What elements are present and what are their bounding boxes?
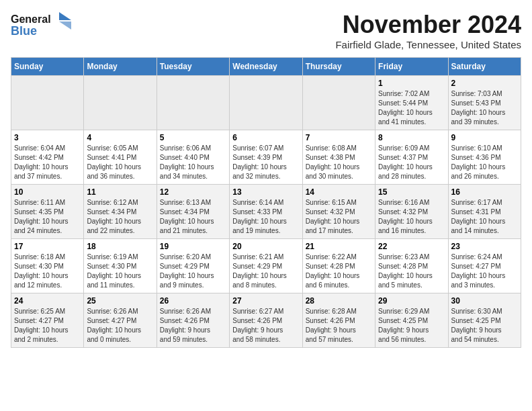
- calendar-day-cell: 18Sunrise: 6:19 AM Sunset: 4:30 PM Dayli…: [84, 239, 157, 293]
- svg-text:Blue: Blue: [11, 24, 37, 38]
- day-number: 5: [160, 133, 226, 142]
- day-of-week-header: Wednesday: [230, 58, 302, 76]
- calendar-day-cell: 4Sunrise: 6:05 AM Sunset: 4:41 PM Daylig…: [84, 130, 157, 185]
- day-number: 9: [451, 133, 518, 142]
- day-number: 24: [14, 296, 81, 306]
- calendar-day-cell: 13Sunrise: 6:14 AM Sunset: 4:33 PM Dayli…: [230, 185, 302, 239]
- day-info: Sunrise: 6:07 AM Sunset: 4:39 PM Dayligh…: [232, 144, 299, 181]
- svg-marker-2: [59, 12, 71, 20]
- day-number: 30: [451, 296, 518, 306]
- day-info: Sunrise: 6:26 AM Sunset: 4:26 PM Dayligh…: [160, 307, 226, 345]
- day-info: Sunrise: 6:09 AM Sunset: 4:37 PM Dayligh…: [378, 144, 445, 181]
- day-number: 8: [378, 133, 445, 142]
- month-year-title: November 2024: [335, 11, 521, 39]
- day-info: Sunrise: 6:10 AM Sunset: 4:36 PM Dayligh…: [451, 144, 518, 181]
- calendar-day-cell: 25Sunrise: 6:26 AM Sunset: 4:27 PM Dayli…: [84, 293, 157, 348]
- day-info: Sunrise: 6:28 AM Sunset: 4:26 PM Dayligh…: [306, 307, 372, 345]
- calendar-day-cell: 1Sunrise: 7:02 AM Sunset: 5:44 PM Daylig…: [375, 76, 448, 130]
- day-info: Sunrise: 6:08 AM Sunset: 4:38 PM Dayligh…: [306, 144, 372, 181]
- calendar-week-row: 1Sunrise: 7:02 AM Sunset: 5:44 PM Daylig…: [11, 76, 521, 130]
- day-of-week-header: Saturday: [448, 58, 521, 76]
- calendar-day-cell: 12Sunrise: 6:13 AM Sunset: 4:34 PM Dayli…: [157, 185, 229, 239]
- day-number: 1: [378, 79, 445, 88]
- calendar-day-cell: 23Sunrise: 6:24 AM Sunset: 4:27 PM Dayli…: [448, 239, 521, 293]
- day-number: 7: [306, 133, 372, 142]
- day-info: Sunrise: 6:16 AM Sunset: 4:32 PM Dayligh…: [378, 198, 445, 236]
- calendar-day-cell: [230, 76, 302, 130]
- day-number: 21: [306, 242, 372, 251]
- calendar-day-cell: 6Sunrise: 6:07 AM Sunset: 4:39 PM Daylig…: [230, 130, 302, 185]
- calendar-day-cell: 17Sunrise: 6:18 AM Sunset: 4:30 PM Dayli…: [11, 239, 84, 293]
- day-info: Sunrise: 6:21 AM Sunset: 4:29 PM Dayligh…: [232, 253, 299, 290]
- day-info: Sunrise: 6:15 AM Sunset: 4:32 PM Dayligh…: [306, 198, 372, 236]
- location-subtitle: Fairfield Glade, Tennessee, United State…: [335, 39, 521, 50]
- calendar-day-cell: 2Sunrise: 7:03 AM Sunset: 5:43 PM Daylig…: [448, 76, 521, 130]
- calendar-day-cell: 9Sunrise: 6:10 AM Sunset: 4:36 PM Daylig…: [448, 130, 521, 185]
- day-info: Sunrise: 6:12 AM Sunset: 4:34 PM Dayligh…: [87, 198, 153, 236]
- day-number: 29: [378, 296, 445, 306]
- logo-icon: General Blue: [11, 11, 71, 40]
- calendar-day-cell: 7Sunrise: 6:08 AM Sunset: 4:38 PM Daylig…: [302, 130, 375, 185]
- day-info: Sunrise: 6:29 AM Sunset: 4:25 PM Dayligh…: [378, 307, 445, 345]
- day-info: Sunrise: 6:25 AM Sunset: 4:27 PM Dayligh…: [14, 307, 81, 345]
- day-info: Sunrise: 6:26 AM Sunset: 4:27 PM Dayligh…: [87, 307, 153, 345]
- calendar-day-cell: 5Sunrise: 6:06 AM Sunset: 4:40 PM Daylig…: [157, 130, 229, 185]
- day-info: Sunrise: 6:13 AM Sunset: 4:34 PM Dayligh…: [160, 198, 226, 236]
- header: General Blue November 2024 Fairfield Gla…: [11, 11, 521, 50]
- day-of-week-header: Thursday: [302, 58, 375, 76]
- day-number: 20: [232, 242, 299, 251]
- title-area: November 2024 Fairfield Glade, Tennessee…: [335, 11, 521, 50]
- calendar-day-cell: 14Sunrise: 6:15 AM Sunset: 4:32 PM Dayli…: [302, 185, 375, 239]
- day-info: Sunrise: 7:02 AM Sunset: 5:44 PM Dayligh…: [378, 89, 445, 127]
- day-number: 16: [451, 187, 518, 197]
- calendar-week-row: 17Sunrise: 6:18 AM Sunset: 4:30 PM Dayli…: [11, 239, 521, 293]
- calendar-day-cell: 22Sunrise: 6:23 AM Sunset: 4:28 PM Dayli…: [375, 239, 448, 293]
- day-number: 28: [306, 296, 372, 306]
- calendar-day-cell: 16Sunrise: 6:17 AM Sunset: 4:31 PM Dayli…: [448, 185, 521, 239]
- day-number: 17: [14, 242, 81, 251]
- logo: General Blue: [11, 11, 71, 40]
- day-number: 11: [87, 187, 153, 197]
- calendar-week-row: 10Sunrise: 6:11 AM Sunset: 4:35 PM Dayli…: [11, 185, 521, 239]
- day-number: 26: [160, 296, 226, 306]
- calendar-day-cell: [11, 76, 84, 130]
- day-number: 23: [451, 242, 518, 251]
- calendar-header-row: SundayMondayTuesdayWednesdayThursdayFrid…: [11, 58, 521, 76]
- day-number: 18: [87, 242, 153, 251]
- calendar-day-cell: 29Sunrise: 6:29 AM Sunset: 4:25 PM Dayli…: [375, 293, 448, 348]
- calendar-day-cell: 11Sunrise: 6:12 AM Sunset: 4:34 PM Dayli…: [84, 185, 157, 239]
- day-number: 6: [232, 133, 299, 142]
- day-info: Sunrise: 6:30 AM Sunset: 4:25 PM Dayligh…: [451, 307, 518, 345]
- day-info: Sunrise: 6:24 AM Sunset: 4:27 PM Dayligh…: [451, 253, 518, 290]
- day-info: Sunrise: 6:14 AM Sunset: 4:33 PM Dayligh…: [232, 198, 299, 236]
- day-number: 13: [232, 187, 299, 197]
- day-info: Sunrise: 6:06 AM Sunset: 4:40 PM Dayligh…: [160, 144, 226, 181]
- day-of-week-header: Sunday: [11, 58, 84, 76]
- day-info: Sunrise: 6:18 AM Sunset: 4:30 PM Dayligh…: [14, 253, 81, 290]
- day-info: Sunrise: 6:23 AM Sunset: 4:28 PM Dayligh…: [378, 253, 445, 290]
- calendar-week-row: 3Sunrise: 6:04 AM Sunset: 4:42 PM Daylig…: [11, 130, 521, 185]
- svg-marker-3: [59, 21, 71, 30]
- day-info: Sunrise: 6:22 AM Sunset: 4:28 PM Dayligh…: [306, 253, 372, 290]
- calendar-week-row: 24Sunrise: 6:25 AM Sunset: 4:27 PM Dayli…: [11, 293, 521, 348]
- calendar-day-cell: 20Sunrise: 6:21 AM Sunset: 4:29 PM Dayli…: [230, 239, 302, 293]
- day-number: 2: [451, 79, 518, 88]
- calendar-day-cell: 27Sunrise: 6:27 AM Sunset: 4:26 PM Dayli…: [230, 293, 302, 348]
- calendar-day-cell: [157, 76, 229, 130]
- day-info: Sunrise: 6:04 AM Sunset: 4:42 PM Dayligh…: [14, 144, 81, 181]
- calendar-day-cell: [84, 76, 157, 130]
- day-info: Sunrise: 6:20 AM Sunset: 4:29 PM Dayligh…: [160, 253, 226, 290]
- calendar-day-cell: 8Sunrise: 6:09 AM Sunset: 4:37 PM Daylig…: [375, 130, 448, 185]
- day-info: Sunrise: 6:27 AM Sunset: 4:26 PM Dayligh…: [232, 307, 299, 345]
- day-number: 10: [14, 187, 81, 197]
- day-of-week-header: Tuesday: [157, 58, 229, 76]
- day-number: 22: [378, 242, 445, 251]
- day-number: 14: [306, 187, 372, 197]
- day-number: 25: [87, 296, 153, 306]
- day-number: 27: [232, 296, 299, 306]
- day-of-week-header: Friday: [375, 58, 448, 76]
- day-number: 12: [160, 187, 226, 197]
- calendar-day-cell: 26Sunrise: 6:26 AM Sunset: 4:26 PM Dayli…: [157, 293, 229, 348]
- calendar-day-cell: 19Sunrise: 6:20 AM Sunset: 4:29 PM Dayli…: [157, 239, 229, 293]
- calendar-day-cell: 28Sunrise: 6:28 AM Sunset: 4:26 PM Dayli…: [302, 293, 375, 348]
